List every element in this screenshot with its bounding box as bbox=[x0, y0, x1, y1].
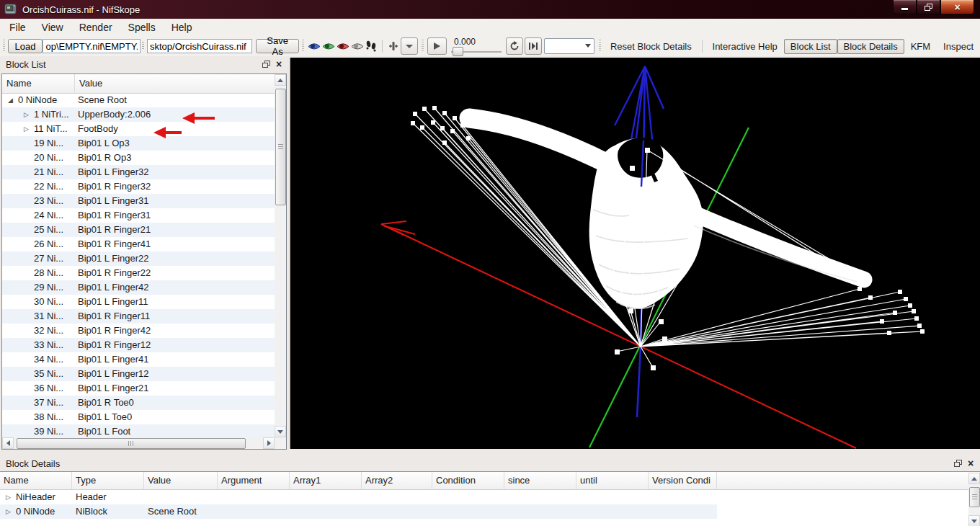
tree-expand-marker[interactable] bbox=[24, 280, 34, 295]
close-panel-button[interactable]: × bbox=[966, 458, 976, 468]
block-details-toggle-button[interactable]: Block Details bbox=[837, 39, 904, 54]
tree-expand-marker[interactable] bbox=[24, 367, 34, 381]
reset-block-details-button[interactable]: Reset Block Details bbox=[604, 39, 698, 54]
block-list-horizontal-scrollbar[interactable] bbox=[2, 437, 275, 449]
block-list-toggle-button[interactable]: Block List bbox=[784, 39, 837, 54]
tree-expand-marker[interactable] bbox=[24, 381, 34, 396]
tree-expand-marker[interactable] bbox=[24, 194, 34, 208]
scroll-up-button[interactable] bbox=[275, 74, 286, 86]
tree-expand-marker[interactable] bbox=[24, 165, 34, 179]
play-button[interactable] bbox=[427, 37, 447, 55]
toolbar-grip[interactable] bbox=[302, 40, 304, 53]
block-list-row[interactable]: ▷ 1 NiTri... UpperBody:2.006 bbox=[2, 107, 275, 122]
block-details-row[interactable]: ▷ 0 NiNode NiBlock Scene Root bbox=[0, 504, 717, 519]
interactive-help-button[interactable]: Interactive Help bbox=[706, 39, 784, 54]
block-list-row[interactable]: 20 Ni... Bip01 R Op3 bbox=[2, 151, 275, 165]
tree-expand-marker[interactable]: ▷ bbox=[6, 504, 16, 519]
eye-green-button[interactable] bbox=[321, 38, 336, 54]
block-list-row[interactable]: 37 Ni... Bip01 R Toe0 bbox=[2, 396, 275, 410]
block-list-row[interactable]: 23 Ni... Bip01 L Finger31 bbox=[2, 194, 275, 208]
tree-expand-marker[interactable]: ▷ bbox=[24, 122, 34, 136]
column-header[interactable]: since bbox=[504, 472, 576, 489]
tree-expand-marker[interactable] bbox=[24, 179, 34, 194]
eye-gray-button[interactable] bbox=[350, 38, 365, 54]
path-splitter-grip[interactable] bbox=[142, 42, 144, 50]
tree-expand-marker[interactable] bbox=[24, 251, 34, 266]
menu-item[interactable]: Help bbox=[164, 19, 200, 35]
close-panel-button[interactable]: × bbox=[274, 59, 284, 69]
eye-red-button[interactable] bbox=[336, 38, 350, 54]
scroll-left-button[interactable] bbox=[2, 437, 14, 449]
block-list-row[interactable]: 19 Ni... Bip01 L Op3 bbox=[2, 136, 275, 151]
float-panel-button[interactable] bbox=[953, 458, 963, 468]
block-details-row[interactable]: ▷ NiHeader Header bbox=[0, 490, 717, 504]
block-list-row[interactable]: 28 Ni... Bip01 R Finger22 bbox=[2, 266, 275, 280]
tree-expand-marker[interactable] bbox=[24, 309, 34, 324]
save-path-input[interactable] bbox=[147, 39, 252, 53]
block-list-row[interactable]: 21 Ni... Bip01 L Finger32 bbox=[2, 165, 275, 179]
tree-expand-marker[interactable] bbox=[24, 266, 34, 280]
column-header[interactable]: Array1 bbox=[290, 472, 362, 489]
block-list-row[interactable]: 30 Ni... Bip01 L Finger11 bbox=[2, 295, 275, 309]
block-details-vertical-scrollbar[interactable] bbox=[968, 473, 980, 526]
tree-expand-marker[interactable] bbox=[24, 136, 34, 151]
toolbar-grip[interactable] bbox=[3, 40, 5, 53]
kfm-button[interactable]: KFM bbox=[904, 39, 937, 54]
column-header-name[interactable]: Name bbox=[2, 74, 75, 93]
scroll-thumb[interactable] bbox=[17, 438, 246, 449]
block-list-vertical-scrollbar[interactable] bbox=[275, 74, 286, 437]
inspect-button[interactable]: Inspect bbox=[937, 39, 980, 54]
transform-handles-button[interactable] bbox=[386, 38, 400, 54]
block-list-row[interactable]: 29 Ni... Bip01 L Finger42 bbox=[2, 280, 275, 295]
column-header[interactable]: Name bbox=[0, 472, 72, 489]
animation-slider[interactable] bbox=[451, 46, 502, 55]
slider-thumb[interactable] bbox=[453, 47, 463, 56]
block-list-row[interactable]: 39 Ni... Bip01 L Foot bbox=[2, 424, 275, 437]
tree-expand-marker[interactable] bbox=[24, 338, 34, 352]
block-list-row[interactable]: 25 Ni... Bip01 R Finger21 bbox=[2, 223, 275, 237]
load-path-input[interactable] bbox=[43, 39, 141, 53]
block-list-row[interactable]: 36 Ni... Bip01 L Finger21 bbox=[2, 381, 275, 396]
block-list-row[interactable]: ▷ 11 NiT... FootBody bbox=[2, 122, 275, 136]
tree-expand-marker[interactable] bbox=[24, 324, 34, 338]
scroll-thumb[interactable] bbox=[969, 487, 980, 507]
scroll-right-button[interactable] bbox=[263, 437, 275, 449]
save-as-button[interactable]: Save As bbox=[256, 39, 299, 53]
minimize-button[interactable] bbox=[893, 0, 917, 14]
column-header[interactable]: Argument bbox=[218, 472, 290, 489]
column-header[interactable]: Condition bbox=[432, 472, 504, 489]
block-list-row[interactable]: 38 Ni... Bip01 L Toe0 bbox=[2, 410, 275, 424]
tree-expand-marker[interactable] bbox=[24, 295, 34, 309]
loop-button[interactable] bbox=[506, 37, 523, 55]
tree-expand-marker[interactable] bbox=[24, 223, 34, 237]
block-list-row[interactable]: 34 Ni... Bip01 L Finger41 bbox=[2, 352, 275, 367]
block-list-row[interactable]: ◢ 0 NiNode Scene Root bbox=[2, 93, 275, 107]
column-header-value[interactable]: Value bbox=[75, 74, 275, 93]
column-header[interactable]: Type bbox=[72, 472, 144, 489]
restore-button[interactable] bbox=[917, 0, 940, 14]
render-viewport[interactable] bbox=[290, 58, 980, 449]
tree-expand-marker[interactable] bbox=[24, 396, 34, 410]
eye-blue-button[interactable] bbox=[307, 38, 321, 54]
toolbar-grip[interactable] bbox=[599, 40, 601, 53]
tree-expand-marker[interactable]: ▷ bbox=[6, 490, 16, 504]
footprints-button[interactable] bbox=[365, 38, 378, 54]
block-list-row[interactable]: 35 Ni... Bip01 L Finger12 bbox=[2, 367, 275, 381]
close-button[interactable]: × bbox=[940, 0, 974, 14]
block-list-row[interactable]: 31 Ni... Bip01 R Finger11 bbox=[2, 309, 275, 324]
scroll-down-button[interactable] bbox=[968, 515, 980, 526]
tree-expand-marker[interactable] bbox=[24, 352, 34, 367]
tree-expand-marker[interactable] bbox=[24, 237, 34, 251]
scroll-down-button[interactable] bbox=[275, 426, 286, 437]
block-list-row[interactable]: 27 Ni... Bip01 L Finger22 bbox=[2, 251, 275, 266]
tree-expand-marker[interactable]: ◢ bbox=[8, 93, 18, 107]
load-button[interactable]: Load bbox=[8, 39, 43, 53]
scroll-up-button[interactable] bbox=[968, 473, 980, 484]
more-options-button[interactable] bbox=[401, 37, 418, 55]
block-list-row[interactable]: 22 Ni... Bip01 R Finger32 bbox=[2, 179, 275, 194]
menu-item[interactable]: View bbox=[34, 19, 71, 35]
float-panel-button[interactable] bbox=[261, 59, 271, 69]
column-header[interactable]: Array2 bbox=[362, 472, 432, 489]
block-list-row[interactable]: 24 Ni... Bip01 R Finger31 bbox=[2, 208, 275, 223]
tree-expand-marker[interactable] bbox=[24, 151, 34, 165]
